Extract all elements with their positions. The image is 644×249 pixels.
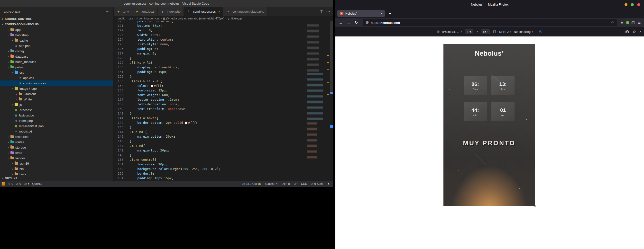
status-info[interactable]: ⓘ6 — [24, 182, 29, 186]
close-button[interactable] — [637, 3, 640, 6]
tree-item-mix-manifest-json[interactable]: {}mix-manifest.json — [0, 123, 114, 129]
vscode-title-bar[interactable]: comingsoon.css - coming-soon-nebolus - V… — [0, 0, 333, 7]
viewport-height-input[interactable] — [481, 29, 490, 34]
code-token: : — [147, 84, 151, 88]
tree-item-app[interactable]: ›app — [0, 27, 114, 32]
url-bar[interactable]: https://nebolus.com ☆ — [363, 19, 617, 26]
tree-item-app-css[interactable]: #app.css — [0, 75, 114, 80]
adblock-extension-icon[interactable] — [626, 21, 630, 24]
dpr-selector[interactable]: DPR: 2 ▾ — [499, 30, 511, 33]
tree-item-storage[interactable]: ›storage — [0, 145, 114, 150]
tree-item-favicon-ico[interactable]: ▣favicon.ico — [0, 113, 114, 118]
status-indentation[interactable]: Spaces: 4 — [264, 182, 278, 186]
editor-tab-comingsoon-css[interactable]: #comingsoon.css× — [184, 7, 223, 16]
code-editor[interactable]: 120 position: absolute;121 bottom: 30px;… — [114, 21, 306, 181]
workspace-root-header[interactable]: › COMING-SOON-NEBOLUS — [0, 22, 114, 27]
tree-item-htaccess[interactable]: ⚙.htaccess — [0, 107, 114, 113]
editor-tab-env-local[interactable]: ⚙.env.local — [132, 7, 158, 16]
section-source-control[interactable]: › SOURCE CONTROL — [0, 16, 114, 22]
browser-tab-nebolus[interactable]: N Nebolus' × — [337, 10, 385, 17]
tree-item-bin[interactable]: ›bin — [0, 166, 114, 171]
forward-button[interactable]: → — [346, 21, 352, 25]
folder-icon — [19, 93, 22, 95]
tree-item-public[interactable]: ›public — [0, 64, 114, 70]
breadcrumb-item-media-only-screen-and-min-height-475px[interactable]: {}@media only screen and (min-height: 47… — [163, 17, 224, 20]
device-selector[interactable]: iPhone SE ... ▾ — [442, 30, 462, 33]
editor-tabs: ⚙.env⚙.env.local◈index.php#comingsoon.cs… — [114, 7, 268, 16]
sidebar-toggle-icon[interactable] — [631, 21, 635, 24]
new-tab-button[interactable]: + — [387, 11, 392, 16]
status-warnings[interactable]: ⚠0 — [16, 182, 21, 186]
editor-tab-env[interactable]: ⚙.env — [114, 7, 132, 16]
tree-item-brick[interactable]: ›brick — [0, 171, 114, 175]
status-encoding[interactable]: UTF-8 — [282, 182, 290, 186]
status-quokka[interactable]: Quokka — [32, 182, 42, 186]
rotate-viewport-icon[interactable] — [492, 30, 496, 33]
code-token: { — [143, 130, 147, 134]
tracking-protection-shield-icon[interactable] — [366, 21, 369, 24]
explorer-more-actions-icon[interactable]: ⋯ — [106, 9, 110, 14]
tree-item-robots-txt[interactable]: ≡robots.txt — [0, 129, 114, 134]
hamburger-menu-icon[interactable]: ≡ — [637, 20, 642, 25]
split-editor-icon[interactable] — [320, 10, 323, 13]
close-icon[interactable]: × — [218, 10, 220, 14]
minimap[interactable] — [306, 21, 326, 181]
tree-item-config[interactable]: ›config — [0, 48, 114, 54]
screenshot-camera-icon[interactable] — [625, 30, 629, 34]
line-number: 126 — [114, 46, 124, 51]
status-cursor-position[interactable]: Ln 381, Col 15 — [242, 182, 261, 186]
tab-close-icon[interactable]: × — [380, 12, 382, 15]
tree-item-resources[interactable]: ›resources — [0, 134, 114, 139]
reload-button[interactable]: ↻ — [354, 20, 359, 25]
tree-item-image-logo[interactable]: ›image / logo — [0, 86, 114, 91]
status-language-mode[interactable]: CSS — [301, 182, 307, 186]
code-token: left — [137, 28, 145, 32]
tree-item-database[interactable]: ›database — [0, 54, 114, 59]
status-eol[interactable]: LF — [294, 182, 297, 186]
tree-item-bootstrap[interactable]: ›bootstrap — [0, 32, 114, 38]
tree-item-comingsoon-css[interactable]: #comingsoon.css — [0, 80, 114, 86]
code-token: } — [130, 112, 132, 115]
tree-item-js[interactable]: ›js — [0, 102, 114, 107]
tree-item-app-php[interactable]: ◈app.php — [0, 43, 114, 48]
minimize-button[interactable] — [624, 3, 628, 6]
editor-more-actions-icon[interactable]: ⋯ — [326, 9, 330, 14]
editor-tab-comingsoon-blade-php[interactable]: ●comingsoon.blade.php — [223, 7, 268, 16]
tree-item-css[interactable]: ›css — [0, 70, 114, 75]
bookmark-star-icon[interactable]: ☆ — [611, 21, 614, 24]
tree-item-index-php[interactable]: ◈index.php — [0, 118, 114, 123]
touch-simulation-icon[interactable] — [539, 30, 543, 34]
status-text: 0 — [20, 182, 21, 186]
editor-tab-index-php[interactable]: ◈index.php — [158, 7, 184, 16]
rdm-close-icon[interactable]: × — [640, 30, 642, 34]
tree-item-tests[interactable]: ›tests — [0, 150, 114, 155]
section-outline[interactable]: › OUTLINE — [0, 175, 114, 181]
extensions-puzzle-icon[interactable] — [620, 21, 624, 24]
throttling-selector[interactable]: No Throttling ▾ — [514, 30, 533, 33]
quokka-icon[interactable] — [2, 182, 5, 186]
tree-item-asm89[interactable]: ›asm89 — [0, 161, 114, 166]
tree-item-white[interactable]: ›White — [0, 97, 114, 102]
back-button[interactable]: ← — [338, 21, 344, 25]
breadcrumb-item-comingsoon-css[interactable]: #comingsoon.css — [136, 17, 160, 20]
status-spell-checker[interactable]: ⚠6 Spell — [311, 182, 323, 186]
breadcrumb-item-title-app[interactable]: ◇.title-app — [228, 17, 242, 20]
code-token: text-decoration — [137, 102, 166, 106]
tree-item-routes[interactable]: ›routes — [0, 139, 114, 145]
rdm-settings-gear-icon[interactable]: ⚙ — [632, 30, 636, 34]
breadcrumb-separator: › — [161, 17, 162, 20]
notifications-bell-icon[interactable] — [327, 182, 330, 185]
breadcrumb-item-public[interactable]: public — [118, 17, 125, 20]
tree-item-gradient[interactable]: ›Gradient — [0, 91, 114, 97]
breadcrumb-item-css[interactable]: css — [128, 17, 133, 20]
viewport-width-input[interactable] — [464, 29, 474, 34]
device-viewport[interactable]: Nebolus’ 06:Dias13:hrs44:min01sec MUY PR… — [444, 44, 535, 206]
tree-item-cache[interactable]: ›cache — [0, 38, 114, 43]
viewport-resize-handle[interactable] — [533, 204, 536, 209]
status-errors[interactable]: ⊘0 — [8, 182, 13, 186]
editor-scrollbar[interactable] — [330, 21, 333, 94]
tree-item-vendor[interactable]: ›vendor — [0, 155, 114, 161]
firefox-title-bar[interactable]: Nebolus' — Mozilla Firefox — [336, 0, 644, 9]
tree-item-node-modules[interactable]: ›node_modules — [0, 59, 114, 64]
maximize-button[interactable] — [631, 3, 634, 6]
